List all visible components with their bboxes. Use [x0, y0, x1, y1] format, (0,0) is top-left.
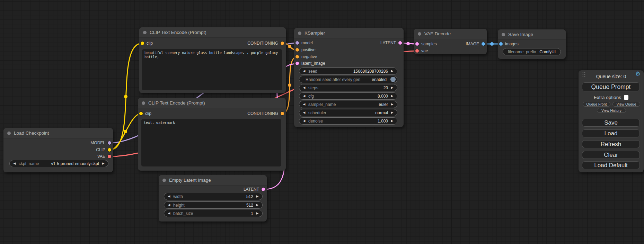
- node-empty-latent-image[interactable]: Empty Latent Image LATENT width 512 heig…: [159, 175, 267, 222]
- prompt-textarea[interactable]: text, watermark: [141, 119, 281, 166]
- node-title-bar[interactable]: Load Checkpoint: [3, 128, 113, 138]
- prev-arrow-icon[interactable]: [13, 162, 16, 165]
- prev-arrow-icon[interactable]: [302, 111, 306, 114]
- view-queue-button[interactable]: View Queue: [612, 102, 640, 107]
- increment-arrow-icon[interactable]: [390, 86, 394, 89]
- conditioning-port-icon[interactable]: [295, 48, 299, 52]
- output-slot-clip: CLIP: [96, 147, 111, 153]
- decrement-arrow-icon[interactable]: [167, 195, 171, 198]
- widget-label: width: [173, 194, 183, 199]
- vae-port-icon[interactable]: [108, 155, 111, 158]
- node-ksampler[interactable]: KSampler model positive negative latent_…: [294, 28, 404, 127]
- image-port-icon[interactable]: [482, 42, 485, 46]
- latent-port-icon[interactable]: [415, 42, 419, 46]
- model-port-icon[interactable]: [295, 41, 299, 45]
- widget-label: height: [173, 203, 185, 208]
- increment-arrow-icon[interactable]: [256, 195, 259, 198]
- node-clip-text-encode-positive[interactable]: CLIP Text Encode (Prompt) clip CONDITION…: [139, 27, 286, 93]
- clip-port-icon[interactable]: [108, 148, 111, 152]
- increment-arrow-icon[interactable]: [256, 212, 259, 215]
- node-load-checkpoint[interactable]: Load Checkpoint MODEL CLIP VAE ckpt_name…: [3, 128, 113, 172]
- ckpt-name-widget[interactable]: ckpt_name v1-5-pruned-emaonly.ckpt: [9, 160, 108, 167]
- collapse-dot-icon[interactable]: [143, 31, 147, 34]
- node-title-bar[interactable]: Empty Latent Image: [159, 175, 267, 186]
- cfg-widget[interactable]: cfg 8.000: [299, 92, 397, 100]
- collapse-dot-icon[interactable]: [418, 32, 421, 36]
- collapse-dot-icon[interactable]: [142, 101, 145, 105]
- random-seed-toggle[interactable]: Random seed after every gen enabled: [299, 76, 397, 83]
- filename-prefix-widget[interactable]: filename_prefix ComfyUI: [503, 48, 561, 55]
- width-widget[interactable]: width 512: [164, 193, 263, 200]
- output-slot-image: IMAGE: [466, 41, 485, 47]
- decrement-arrow-icon[interactable]: [302, 119, 306, 123]
- refresh-button[interactable]: Refresh: [582, 140, 640, 148]
- load-default-button[interactable]: Load Default: [582, 161, 640, 169]
- node-title-bar[interactable]: KSampler: [294, 28, 404, 38]
- height-widget[interactable]: height 512: [164, 201, 263, 209]
- settings-gear-icon[interactable]: [635, 70, 641, 78]
- widget-value: normal: [375, 110, 388, 115]
- clear-button[interactable]: Clear: [582, 151, 640, 159]
- latent-port-icon[interactable]: [262, 188, 265, 191]
- extra-options-checkbox[interactable]: [624, 95, 628, 100]
- queue-front-button[interactable]: Queue Front: [583, 102, 610, 107]
- conditioning-port-icon[interactable]: [295, 55, 299, 58]
- increment-arrow-icon[interactable]: [256, 204, 259, 207]
- sampler-name-widget[interactable]: sampler_name euler: [299, 101, 397, 108]
- denoise-widget[interactable]: denoise 1.000: [299, 117, 397, 125]
- input-slot-vae: vae: [415, 48, 428, 54]
- clip-port-icon[interactable]: [139, 112, 143, 115]
- prompt-textarea[interactable]: beautiful scenery nature glass bottle la…: [142, 49, 282, 90]
- view-history-button[interactable]: View History: [597, 108, 626, 113]
- decrement-arrow-icon[interactable]: [302, 86, 306, 89]
- widget-label: ckpt_name: [19, 161, 39, 166]
- node-title-bar[interactable]: CLIP Text Encode (Prompt): [139, 27, 286, 38]
- vae-port-icon[interactable]: [415, 49, 419, 53]
- conditioning-port-icon[interactable]: [281, 42, 284, 45]
- conditioning-port-icon[interactable]: [281, 112, 284, 115]
- queue-size-label: Queue size: 0: [579, 74, 644, 79]
- clip-port-icon[interactable]: [141, 42, 144, 45]
- graph-canvas[interactable]: Load Checkpoint MODEL CLIP VAE ckpt_name…: [0, 0, 644, 244]
- next-arrow-icon[interactable]: [390, 103, 394, 106]
- batch-size-widget[interactable]: batch_size 1: [164, 210, 263, 217]
- toggle-knob-icon[interactable]: [390, 77, 396, 82]
- next-arrow-icon[interactable]: [102, 162, 105, 165]
- collapse-dot-icon[interactable]: [7, 132, 11, 135]
- queue-prompt-button[interactable]: Queue Prompt: [582, 82, 640, 91]
- seed-widget[interactable]: seed 156680208700286: [299, 67, 397, 75]
- decrement-arrow-icon[interactable]: [302, 70, 306, 73]
- node-clip-text-encode-negative[interactable]: CLIP Text Encode (Prompt) clip CONDITION…: [138, 98, 286, 171]
- node-title: Save Image: [508, 32, 533, 37]
- node-title-bar[interactable]: CLIP Text Encode (Prompt): [138, 98, 286, 108]
- node-title-bar[interactable]: VAE Decode: [414, 29, 487, 39]
- decrement-arrow-icon[interactable]: [302, 94, 306, 98]
- increment-arrow-icon[interactable]: [390, 70, 394, 73]
- collapse-dot-icon[interactable]: [162, 179, 166, 182]
- increment-arrow-icon[interactable]: [390, 119, 394, 123]
- latent-port-icon[interactable]: [398, 41, 402, 45]
- next-arrow-icon[interactable]: [390, 111, 394, 114]
- steps-widget[interactable]: steps 20: [299, 84, 397, 91]
- widget-value: ComfyUI: [539, 49, 556, 54]
- increment-arrow-icon[interactable]: [390, 94, 394, 98]
- load-button[interactable]: Load: [582, 129, 640, 137]
- node-vae-decode[interactable]: VAE Decode samples vae IMAGE: [414, 29, 487, 54]
- queue-menu-panel: Queue size: 0 Queue Prompt Extra options…: [579, 70, 644, 172]
- model-port-icon[interactable]: [108, 141, 111, 145]
- collapse-dot-icon[interactable]: [502, 33, 505, 36]
- decrement-arrow-icon[interactable]: [167, 204, 171, 207]
- collapse-dot-icon[interactable]: [298, 31, 301, 35]
- widget-value: 20: [383, 85, 388, 90]
- input-label: vae: [421, 48, 428, 53]
- node-save-image[interactable]: Save Image images filename_prefix ComfyU…: [498, 29, 566, 59]
- prev-arrow-icon[interactable]: [302, 103, 306, 106]
- latent-port-icon[interactable]: [295, 62, 299, 65]
- image-port-icon[interactable]: [499, 42, 503, 46]
- output-label: CONDITIONING: [247, 41, 278, 46]
- widget-value: 1.000: [378, 119, 388, 124]
- node-title-bar[interactable]: Save Image: [498, 29, 566, 40]
- decrement-arrow-icon[interactable]: [167, 212, 171, 215]
- scheduler-widget[interactable]: scheduler normal: [299, 109, 397, 116]
- save-button[interactable]: Save: [582, 119, 640, 127]
